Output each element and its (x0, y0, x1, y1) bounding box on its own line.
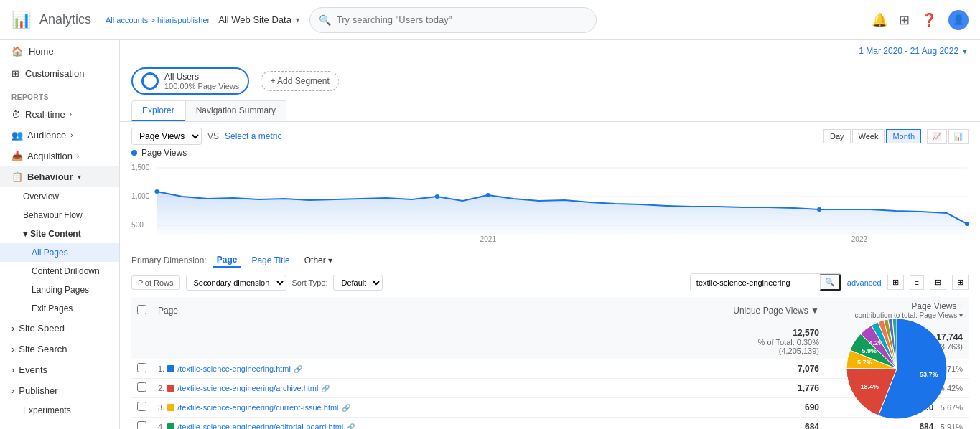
date-range-dropdown[interactable]: ▼ (961, 47, 969, 55)
sidebar-item-acquisition[interactable]: 📥 Acquisition › (0, 146, 119, 166)
realtime-chevron: › (70, 110, 72, 118)
time-btn-month[interactable]: Month (886, 129, 921, 143)
chart-label: Page Views (131, 148, 969, 158)
global-search-bar[interactable]: 🔍 (309, 7, 597, 33)
sidebar-item-site-content[interactable]: ▾Site Content (0, 225, 119, 243)
row-checkbox[interactable] (137, 363, 146, 372)
apps-icon[interactable]: ⊞ (899, 12, 910, 28)
sidebar-item-site-speed[interactable]: › Site Speed (0, 318, 119, 339)
sidebar-item-content-drilldown[interactable]: Content Drilldown (0, 262, 119, 280)
time-btn-day[interactable]: Day (823, 129, 851, 143)
primary-dimension-row: Primary Dimension: Page Page Title Other… (131, 253, 969, 268)
sidebar-item-home[interactable]: 🏠 Home (0, 40, 119, 62)
home-icon: 🏠 (11, 46, 23, 57)
pie-chart-svg: 53.7%18.4%5.7%5.9%4.2% (825, 297, 969, 429)
vs-label: VS (207, 131, 219, 141)
view-toggle-1[interactable]: ⊞ (887, 275, 904, 290)
sidebar-item-customisation[interactable]: ⊞ Customisation (0, 62, 119, 85)
view-toggle-4[interactable]: ⊞ (952, 275, 969, 290)
sort-type-select[interactable]: Default (333, 275, 383, 291)
global-search-input[interactable] (337, 14, 587, 25)
page-link[interactable]: /textile-science-engineering/archive.htm… (177, 384, 318, 392)
col-header-page: Page (152, 297, 710, 324)
segment-circle (141, 72, 159, 90)
help-icon[interactable]: ❓ (921, 12, 937, 28)
unique-pv-value: 7,076 (798, 364, 819, 374)
sidebar-item-exit-pages[interactable]: Exit Pages (0, 299, 119, 318)
select-metric-link[interactable]: Select a metric (225, 131, 281, 141)
table-search-input[interactable] (691, 276, 820, 289)
property-selector[interactable]: All Web Site Data ▼ (218, 14, 301, 25)
dim-option-other[interactable]: Other ▾ (300, 254, 337, 267)
svg-point-9 (817, 207, 821, 212)
plot-rows-button[interactable]: Plot Rows (131, 275, 180, 290)
svg-point-6 (154, 189, 159, 194)
top-nav-right: 🔔 ⊞ ❓ 👤 (872, 10, 969, 30)
sidebar-item-site-search[interactable]: › Site Search (0, 339, 119, 359)
secondary-dim-select[interactable]: Secondary dimension (186, 275, 286, 291)
select-all-checkbox[interactable] (137, 305, 146, 314)
add-segment-button[interactable]: + Add Segment (261, 71, 338, 91)
sidebar-item-all-pages[interactable]: All Pages (0, 243, 119, 262)
sidebar-item-events[interactable]: › Events (0, 359, 119, 380)
notifications-icon[interactable]: 🔔 (872, 12, 887, 28)
svg-point-8 (486, 193, 490, 197)
behaviour-icon: 📋 (11, 171, 23, 182)
date-range[interactable]: 1 Mar 2020 - 21 Aug 2022 (859, 46, 958, 56)
row-checkbox[interactable] (137, 382, 146, 392)
chart-type-line[interactable]: 📈 (927, 129, 947, 144)
page-cell: 1. /textile-science-engineering.html 🔗 (152, 359, 710, 379)
sidebar-item-behaviour-flow[interactable]: Behaviour Flow (0, 206, 119, 225)
tab-explorer[interactable]: Explorer (131, 100, 185, 121)
sidebar-item-publisher[interactable]: › Publisher (0, 380, 119, 401)
table-search-button[interactable]: 🔍 (820, 274, 841, 291)
unique-pv-cell: 1,776 (710, 379, 825, 398)
search-icon: 🔍 (319, 14, 331, 26)
external-link-icon[interactable]: 🔗 (342, 404, 350, 412)
sidebar-item-experiments[interactable]: Experiments (0, 401, 119, 420)
time-btn-week[interactable]: Week (852, 129, 885, 143)
summary-label (152, 324, 710, 359)
chart-type-buttons: 📈 📊 (927, 129, 969, 144)
user-avatar[interactable]: 👤 (948, 10, 969, 30)
row-number: 1. (158, 364, 164, 373)
expand-icon2: › (11, 344, 14, 354)
segment-pct: 100.00% Page Views (164, 82, 239, 90)
external-link-icon[interactable]: 🔗 (321, 385, 330, 392)
view-toggle-3[interactable]: ⊟ (930, 275, 946, 290)
tab-navigation-summary[interactable]: Navigation Summary (185, 100, 286, 121)
property-dropdown-arrow: ▼ (294, 16, 301, 24)
all-users-segment[interactable]: All Users 100.00% Page Views (131, 67, 249, 95)
pie-chart-container: 53.7%18.4%5.7%5.9%4.2% (825, 297, 969, 429)
external-link-icon[interactable]: 🔗 (346, 423, 355, 430)
app-title: Analytics (39, 12, 91, 27)
external-link-icon[interactable]: 🔗 (294, 365, 302, 373)
sidebar-item-behaviour[interactable]: 📋 Behaviour ▾ (0, 166, 119, 187)
sidebar-item-realtime[interactable]: ⏱ Real-time › (0, 104, 119, 125)
table-controls: Plot Rows Secondary dimension Sort Type:… (131, 273, 969, 291)
page-link[interactable]: /textile-science-engineering/current-iss… (177, 403, 338, 412)
page-link[interactable]: /textile-science-engineering.html (177, 364, 291, 373)
row-color-indicator (167, 385, 174, 392)
dim-option-title[interactable]: Page Title (247, 254, 294, 267)
tabs-bar: Explorer Navigation Summary (120, 95, 980, 122)
dim-option-page[interactable]: Page (213, 253, 242, 268)
time-buttons: Day Week Month (823, 129, 921, 143)
advanced-link[interactable]: advanced (847, 278, 882, 287)
pie-label: 18.4% (861, 383, 879, 390)
row-checkbox[interactable] (137, 402, 146, 411)
sidebar-item-audience[interactable]: 👥 Audience › (0, 125, 119, 146)
row-color-indicator (167, 423, 174, 429)
chart-type-bar[interactable]: 📊 (948, 129, 969, 144)
metric-select[interactable]: Page Views (131, 128, 202, 145)
view-toggle-2[interactable]: ≡ (910, 275, 924, 290)
col-header-unique-pv[interactable]: Unique Page Views ▼ (710, 297, 825, 324)
row-checkbox[interactable] (137, 421, 146, 429)
sidebar-item-landing-pages[interactable]: Landing Pages (0, 280, 119, 299)
top-navigation: 📊 Analytics All accounts > hilarispublis… (0, 0, 980, 40)
breadcrumb: All accounts > hilarispublisher (106, 16, 210, 24)
realtime-icon: ⏱ (11, 109, 21, 120)
page-link[interactable]: /textile-science-engineering/editorial-b… (177, 423, 343, 429)
metric-selector-row: Page Views VS Select a metric Day Week M… (131, 128, 969, 145)
sidebar-item-overview[interactable]: Overview (0, 187, 119, 206)
